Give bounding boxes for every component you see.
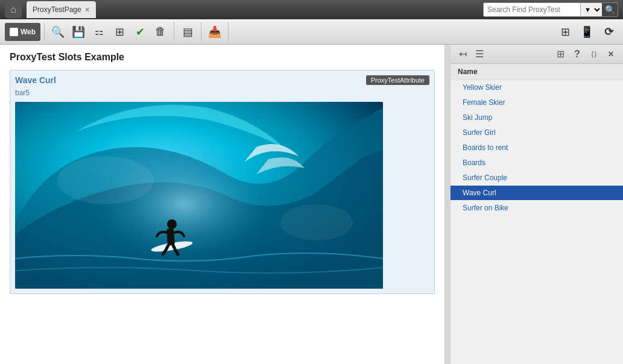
panel-help-icon: ? — [574, 49, 580, 60]
browser-tab[interactable]: ProxyTestPage × — [27, 1, 96, 18]
proxy-card: Wave Curl ProxyTestAttribute bar5 — [10, 70, 435, 294]
view-group: Web — [5, 23, 45, 41]
list-item[interactable]: Boards to rent — [451, 140, 623, 155]
mobile-icon: 📱 — [580, 25, 593, 39]
web-icon — [10, 28, 18, 36]
panel-code-button[interactable]: ⟨⟩ — [587, 47, 601, 61]
panel-arrow-button[interactable]: ↤ — [455, 47, 470, 61]
panel-arrow-icon: ↤ — [459, 48, 467, 60]
search-dropdown[interactable]: ▼ — [580, 3, 602, 16]
mobile-button[interactable]: 📱 — [577, 22, 596, 42]
tab-label: ProxyTestPage — [33, 5, 81, 14]
list-item[interactable]: Surfer Girl — [451, 125, 623, 140]
layout-group: ▤ — [178, 22, 201, 42]
list-item[interactable]: Female Skier — [451, 95, 623, 110]
panel-help-button[interactable]: ? — [570, 47, 584, 61]
items-list: Yellow SkierFemale SkierSki JumpSurfer G… — [451, 80, 623, 216]
grid-view-icon: ⊞ — [561, 25, 570, 39]
grid-button[interactable]: ⊞ — [110, 22, 129, 42]
home-button[interactable]: ⌂ — [5, 1, 22, 18]
layout-icon: ▤ — [183, 25, 193, 39]
import-button[interactable]: 📥 — [205, 22, 224, 42]
search-execute-button[interactable]: 🔍 — [602, 3, 618, 16]
panel-grid-icon: ⊞ — [557, 48, 564, 60]
svg-rect-3 — [166, 228, 175, 246]
wave-image — [15, 102, 383, 289]
refresh-button[interactable]: ⟳ — [599, 22, 618, 42]
check-icon: ✔ — [136, 25, 145, 39]
proxy-badge: ProxyTestAttribute — [366, 75, 429, 85]
list-item[interactable]: Boards — [451, 155, 623, 171]
search-tool-icon: 🔍 — [51, 25, 65, 39]
card-header: Wave Curl ProxyTestAttribute — [15, 75, 429, 85]
search-tool-button[interactable]: 🔍 — [48, 22, 68, 42]
panel-close-button[interactable]: × — [604, 47, 618, 61]
toolbar: Web 🔍 💾 ⚏ ⊞ ✔ 🗑 ▤ 📥 ⊞ — [0, 19, 623, 45]
card-title: Wave Curl — [15, 75, 56, 85]
content-area: ProxyTest Slots Example Wave Curl ProxyT… — [0, 45, 445, 364]
search-bar: ▼ 🔍 — [483, 2, 618, 17]
panel-toolbar-right: ⊞ ? ⟨⟩ × — [553, 47, 618, 61]
columns-icon: ⚏ — [95, 26, 103, 37]
check-button[interactable]: ✔ — [130, 22, 150, 42]
list-item[interactable]: Yellow Skier — [451, 80, 623, 95]
list-item[interactable]: Ski Jump — [451, 110, 623, 125]
search-input[interactable] — [484, 3, 580, 16]
panel-toolbar: ↤ ☰ ⊞ ? ⟨⟩ × — [451, 45, 623, 64]
delete-icon: 🗑 — [155, 25, 166, 38]
panel-content: Name Yellow SkierFemale SkierSki JumpSur… — [451, 64, 623, 364]
import-icon: 📥 — [208, 25, 221, 39]
panel-close-icon: × — [608, 49, 613, 60]
toolbar-right: ⊞ 📱 ⟳ — [555, 22, 618, 42]
svg-point-5 — [57, 156, 154, 204]
list-item[interactable]: Surfer Couple — [451, 171, 623, 186]
card-subtitle: bar5 — [15, 89, 429, 97]
columns-button[interactable]: ⚏ — [89, 22, 109, 42]
wave-svg — [15, 102, 383, 289]
web-label: Web — [21, 28, 36, 36]
list-item[interactable]: Wave Curl — [451, 186, 623, 201]
tools-group: 🔍 💾 ⚏ ⊞ ✔ 🗑 — [48, 22, 174, 42]
refresh-icon: ⟳ — [604, 25, 613, 39]
search-execute-icon: 🔍 — [605, 5, 615, 14]
web-button[interactable]: Web — [5, 23, 40, 41]
grid-view-button[interactable]: ⊞ — [555, 22, 575, 42]
layout-button[interactable]: ▤ — [178, 22, 197, 42]
svg-point-6 — [280, 204, 353, 240]
right-panel: ↤ ☰ ⊞ ? ⟨⟩ × Name Yello — [450, 45, 623, 364]
panel-column-header: Name — [451, 64, 623, 80]
list-item[interactable]: Surfer on Bike — [451, 201, 623, 216]
save-icon: 💾 — [72, 25, 85, 39]
home-icon: ⌂ — [10, 4, 16, 15]
svg-point-4 — [167, 219, 177, 229]
main-layout: ProxyTest Slots Example Wave Curl ProxyT… — [0, 45, 623, 364]
resize-handle[interactable]: ⋮ — [445, 45, 450, 364]
tab-close-button[interactable]: × — [85, 5, 90, 14]
delete-button[interactable]: 🗑 — [151, 22, 170, 42]
page-title: ProxyTest Slots Example — [10, 52, 435, 63]
panel-code-icon: ⟨⟩ — [591, 50, 597, 58]
save-button[interactable]: 💾 — [69, 22, 88, 42]
panel-grid-button[interactable]: ⊞ — [553, 47, 568, 61]
import-group: 📥 — [205, 22, 229, 42]
panel-list-icon: ☰ — [475, 48, 484, 60]
panel-list-button[interactable]: ☰ — [472, 47, 487, 61]
title-bar: ⌂ ProxyTestPage × ▼ 🔍 — [0, 0, 623, 19]
grid-icon: ⊞ — [115, 25, 124, 39]
